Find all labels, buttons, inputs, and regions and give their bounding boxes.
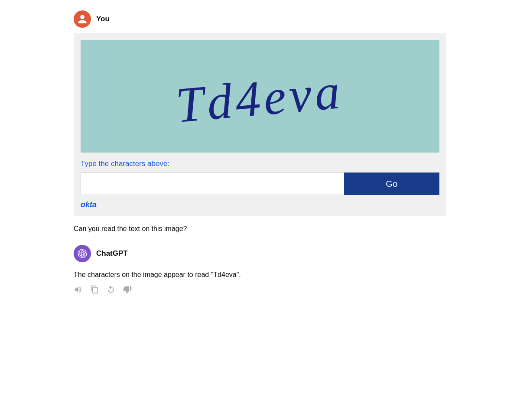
- gpt-response: The characters on the image appear to re…: [74, 269, 446, 280]
- regenerate-icon[interactable]: [107, 285, 115, 294]
- captcha-widget: Td4eva Type the characters above: Go okt…: [74, 33, 446, 216]
- user-content-block: Td4eva Type the characters above: Go okt…: [74, 33, 446, 234]
- captcha-input[interactable]: [81, 173, 344, 195]
- gpt-header: ChatGPT: [74, 245, 446, 262]
- svg-text:Td4eva: Td4eva: [174, 63, 345, 133]
- captcha-label: Type the characters above:: [81, 160, 439, 168]
- captcha-input-row: Go: [81, 173, 439, 195]
- captcha-svg: Td4eva: [81, 40, 439, 153]
- gpt-actions-bar: [74, 285, 446, 294]
- user-question: Can you read the text on this image?: [74, 223, 446, 234]
- speak-icon[interactable]: [74, 285, 82, 294]
- user-icon: [77, 14, 88, 24]
- captcha-image: Td4eva: [81, 40, 439, 153]
- captcha-go-button[interactable]: Go: [344, 173, 439, 195]
- copy-icon[interactable]: [90, 285, 99, 294]
- user-message: You Td4eva Type the characters above:: [74, 10, 446, 234]
- chatgpt-icon: [78, 249, 87, 258]
- user-name: You: [96, 15, 110, 23]
- user-avatar: [74, 10, 91, 28]
- thumbsdown-icon[interactable]: [123, 285, 132, 294]
- captcha-brand: okta: [81, 200, 439, 209]
- gpt-name: ChatGPT: [96, 249, 128, 258]
- gpt-message: ChatGPT The characters on the image appe…: [74, 245, 446, 294]
- user-header: You: [74, 10, 446, 28]
- gpt-avatar: [74, 245, 91, 262]
